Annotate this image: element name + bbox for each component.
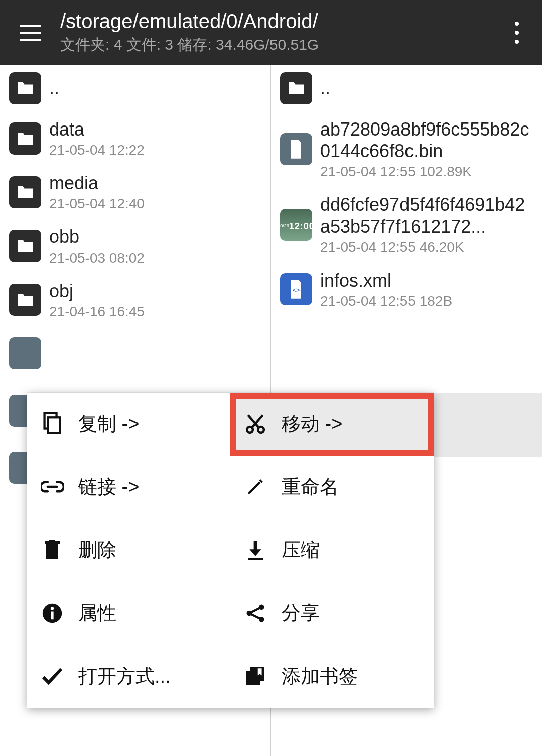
menu-delete[interactable]: 删除 bbox=[27, 519, 230, 582]
header-text: /storage/emulated/0/Android/ 文件夹: 4 文件: … bbox=[60, 10, 502, 55]
menu-properties[interactable]: 属性 bbox=[27, 582, 230, 645]
cut-icon bbox=[243, 412, 267, 436]
folder-icon bbox=[9, 284, 41, 316]
item-name: infos.xml bbox=[320, 270, 533, 291]
menu-label: 打开方式... bbox=[78, 664, 171, 689]
folder-icon bbox=[9, 230, 41, 262]
copy-icon bbox=[40, 412, 64, 436]
menu-label: 属性 bbox=[78, 600, 116, 626]
item-name: dd6fcfe97d5f4f6f4691b42a53b57f7f1612172.… bbox=[320, 194, 533, 237]
list-item[interactable]: media 21-05-04 12:40 bbox=[0, 165, 270, 219]
path-title: /storage/emulated/0/Android/ bbox=[60, 10, 502, 33]
info-icon bbox=[40, 601, 64, 625]
list-item[interactable]: 10/2612:00 dd6fcfe97d5f4f6f4691b42a53b57… bbox=[271, 187, 542, 262]
storage-stats: 文件夹: 4 文件: 3 储存: 34.46G/50.51G bbox=[60, 35, 502, 55]
item-sub: 21-05-03 08:02 bbox=[49, 250, 261, 266]
menu-rename[interactable]: 重命名 bbox=[230, 456, 434, 519]
folder-icon bbox=[9, 176, 41, 208]
folder-icon bbox=[9, 122, 41, 155]
selection-highlight bbox=[434, 393, 542, 457]
menu-label: 添加书签 bbox=[282, 664, 358, 689]
pencil-icon bbox=[243, 475, 267, 499]
app-header: /storage/emulated/0/Android/ 文件夹: 4 文件: … bbox=[0, 0, 542, 65]
item-name: media bbox=[49, 172, 261, 194]
menu-copy[interactable]: 复制 -> bbox=[27, 393, 230, 456]
item-sub: 21-05-04 12:55 102.89K bbox=[320, 164, 533, 180]
svg-rect-7 bbox=[49, 540, 55, 542]
menu-label: 重命名 bbox=[282, 474, 339, 500]
menu-hamburger-icon[interactable] bbox=[10, 25, 50, 41]
context-menu: 复制 -> 移动 -> 链接 -> 重命名 删除 压缩 属性 分享 bbox=[27, 393, 434, 708]
menu-link[interactable]: 链接 -> bbox=[27, 456, 230, 519]
menu-share[interactable]: 分享 bbox=[230, 582, 434, 645]
xml-file-icon: <> bbox=[280, 273, 312, 305]
svg-rect-5 bbox=[46, 544, 58, 559]
item-sub: 21-05-04 12:40 bbox=[49, 196, 261, 212]
menu-label: 删除 bbox=[78, 537, 116, 563]
thumbnail-icon: 10/2612:00 bbox=[280, 209, 312, 241]
svg-rect-2 bbox=[48, 417, 60, 433]
item-name: obb bbox=[49, 226, 261, 247]
menu-label: 链接 -> bbox=[78, 474, 139, 500]
up-label: .. bbox=[49, 77, 261, 99]
folder-icon bbox=[9, 72, 41, 104]
svg-rect-9 bbox=[51, 611, 53, 619]
menu-compress[interactable]: 压缩 bbox=[230, 519, 434, 582]
item-name: ab72809a8bf9f6c555b82c0144c66f8c.bin bbox=[320, 118, 533, 162]
item-sub: 21-05-04 12:55 182B bbox=[320, 293, 533, 309]
more-options-icon[interactable] bbox=[502, 22, 532, 44]
list-item-up[interactable]: .. bbox=[0, 65, 270, 111]
check-icon bbox=[40, 664, 64, 688]
svg-rect-15 bbox=[250, 667, 264, 681]
list-item[interactable]: obj 21-04-16 16:45 bbox=[0, 273, 270, 327]
file-icon bbox=[280, 133, 312, 165]
list-item-up[interactable]: .. bbox=[271, 65, 542, 111]
item-name: data bbox=[49, 118, 261, 140]
list-item[interactable]: <> infos.xml 21-05-04 12:55 182B bbox=[271, 263, 542, 316]
up-label: .. bbox=[320, 77, 533, 99]
menu-bookmark[interactable]: 添加书签 bbox=[230, 645, 434, 708]
download-icon bbox=[243, 538, 267, 562]
item-sub: 21-05-04 12:22 bbox=[49, 142, 261, 158]
link-icon bbox=[40, 475, 64, 499]
menu-label: 分享 bbox=[282, 600, 320, 626]
item-name: obj bbox=[49, 280, 261, 302]
item-sub: 21-05-04 12:55 46.20K bbox=[320, 239, 533, 256]
bookmark-icon bbox=[243, 664, 267, 688]
trash-icon bbox=[40, 538, 64, 562]
list-item[interactable]: obb 21-05-03 08:02 bbox=[0, 219, 270, 273]
menu-label: 移动 -> bbox=[282, 411, 342, 437]
list-item[interactable]: ab72809a8bf9f6c555b82c0144c66f8c.bin 21-… bbox=[271, 111, 542, 187]
menu-open-with[interactable]: 打开方式... bbox=[27, 645, 230, 708]
selected-stub bbox=[9, 337, 41, 369]
svg-point-10 bbox=[51, 607, 54, 610]
menu-move[interactable]: 移动 -> bbox=[230, 393, 434, 456]
svg-text:<>: <> bbox=[293, 287, 300, 294]
share-icon bbox=[243, 601, 267, 625]
menu-label: 压缩 bbox=[282, 537, 320, 563]
folder-icon bbox=[280, 72, 312, 104]
list-item[interactable]: data 21-05-04 12:22 bbox=[0, 111, 270, 165]
menu-label: 复制 -> bbox=[78, 411, 139, 437]
item-sub: 21-04-16 16:45 bbox=[49, 304, 261, 320]
